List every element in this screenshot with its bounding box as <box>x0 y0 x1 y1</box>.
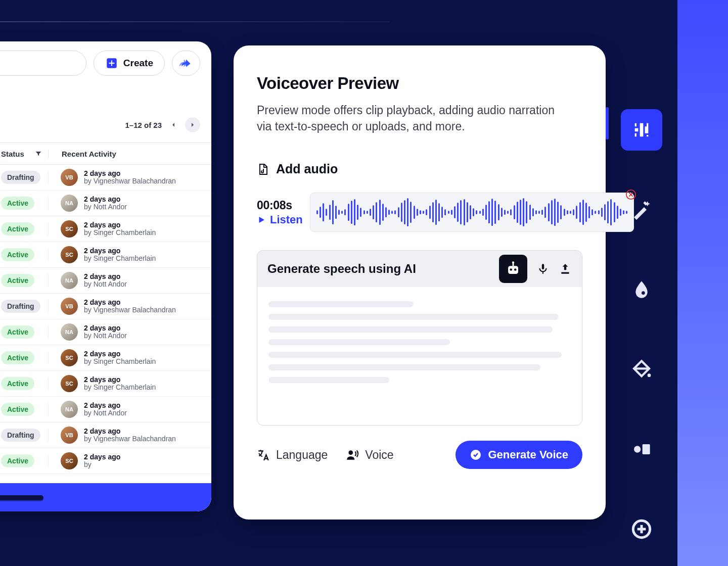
table-header: Status Recent Activity <box>0 143 211 165</box>
recent-text: 2 days agoby Nott Andor <box>84 324 127 340</box>
recent-user: by Vigneshwar Balachandran <box>84 435 176 443</box>
recent-user: by Singer Chamberlain <box>84 229 156 237</box>
table-row[interactable]: ActiveNA2 days agoby Nott Andor <box>0 319 211 345</box>
col-status-label: Status <box>0 150 24 158</box>
ai-chip[interactable] <box>499 255 527 283</box>
share-arrow-icon <box>179 57 193 70</box>
col-status[interactable]: Status <box>0 150 49 158</box>
svg-rect-9 <box>542 264 544 270</box>
recent-text: 2 days agoby Singer Chamberlain <box>84 247 156 263</box>
table-row[interactable]: DraftingVB2 days agoby Vigneshwar Balach… <box>0 165 211 191</box>
translate-icon <box>257 448 270 461</box>
svg-point-11 <box>349 451 353 455</box>
recent-text: 2 days agoby Nott Andor <box>84 402 127 417</box>
waveform-clip[interactable] <box>310 193 634 232</box>
recent-cell: NA2 days agoby Nott Andor <box>49 401 211 418</box>
recent-user: by Singer Chamberlain <box>84 384 156 391</box>
status-badge: Active <box>1 454 34 467</box>
generate-voice-button[interactable]: Generate Voice <box>456 441 582 469</box>
table-row[interactable]: ActiveNA2 days agoby Nott Andor <box>0 397 211 422</box>
recent-time: 2 days ago <box>84 196 127 203</box>
status-cell: Drafting <box>0 429 49 442</box>
tool-rail <box>621 109 662 550</box>
avatar: NA <box>61 195 78 212</box>
status-badge: Drafting <box>1 429 40 442</box>
recent-cell: SC2 days agoby Singer Chamberlain <box>49 246 211 263</box>
voice-option[interactable]: Voice <box>346 448 393 462</box>
recent-text: 2 days agoby Nott Andor <box>84 273 127 289</box>
table-row[interactable]: ActiveNA2 days agoby Nott Andor <box>0 191 211 216</box>
status-badge: Drafting <box>1 171 40 184</box>
search-input[interactable] <box>0 51 86 76</box>
col-recent[interactable]: Recent Activity <box>49 150 211 158</box>
recent-time: 2 days ago <box>84 350 156 358</box>
voiceover-card: Voiceover Preview Preview mode offers cl… <box>234 45 606 520</box>
col-recent-label: Recent Activity <box>62 150 116 158</box>
avatar: VB <box>61 169 78 186</box>
rail-active-indicator <box>606 107 609 139</box>
language-option[interactable]: Language <box>257 448 328 462</box>
add-audio-header: Add audio <box>257 162 582 176</box>
svg-point-15 <box>634 446 641 452</box>
table-row[interactable]: ActiveSC2 days agoby Singer Chamberlain <box>0 345 211 371</box>
table-row[interactable]: DraftingVB2 days agoby Vigneshwar Balach… <box>0 422 211 448</box>
status-cell: Active <box>0 222 49 235</box>
pager-prev[interactable] <box>166 117 181 132</box>
top-divider <box>0 21 389 22</box>
generate-panel-body <box>257 287 582 425</box>
status-badge: Active <box>1 377 34 390</box>
recent-user: by Vigneshwar Balachandran <box>84 306 176 314</box>
avatar: SC <box>61 246 78 263</box>
robot-icon <box>505 260 522 277</box>
listen-button[interactable]: Listen <box>257 213 303 226</box>
bottom-scroll-bar[interactable] <box>0 483 211 511</box>
voice-person-icon <box>346 448 359 461</box>
table-row[interactable]: ActiveSC2 days agoby Singer Chamberlain <box>0 216 211 242</box>
table-row[interactable]: ActiveNA2 days agoby Nott Andor <box>0 268 211 294</box>
status-badge: Active <box>1 325 34 339</box>
table-row[interactable]: ActiveSC2 days agoby <box>0 448 211 474</box>
recent-text: 2 days agoby Singer Chamberlain <box>84 221 156 237</box>
check-circle-icon <box>470 449 482 461</box>
table-row[interactable]: DraftingVB2 days agoby Vigneshwar Balach… <box>0 294 211 319</box>
table-row[interactable]: ActiveSC2 days agoby Singer Chamberlain <box>0 371 211 397</box>
upload-icon[interactable] <box>559 262 572 275</box>
recent-cell: NA2 days agoby Nott Andor <box>49 195 211 212</box>
status-badge: Active <box>1 351 34 364</box>
rail-magic-edit[interactable] <box>621 189 662 230</box>
avatar: VB <box>61 427 78 444</box>
create-button[interactable]: Create <box>94 51 165 76</box>
recent-text: 2 days agoby Vigneshwar Balachandran <box>84 299 176 314</box>
rail-add-circle[interactable] <box>621 508 662 550</box>
svg-rect-2 <box>109 63 114 64</box>
recent-text: 2 days agoby Nott Andor <box>84 196 127 211</box>
rail-paint-bucket[interactable] <box>621 349 662 390</box>
recent-time: 2 days ago <box>84 402 127 409</box>
recent-cell: SC2 days agoby Singer Chamberlain <box>49 349 211 366</box>
pager-next[interactable] <box>185 117 200 132</box>
recent-text: 2 days agoby <box>84 453 120 469</box>
share-button[interactable] <box>172 51 200 76</box>
recent-text: 2 days agoby Singer Chamberlain <box>84 376 156 392</box>
svg-rect-10 <box>561 272 569 274</box>
status-badge: Active <box>1 248 34 261</box>
recent-time: 2 days ago <box>84 221 156 229</box>
avatar: VB <box>61 298 78 315</box>
generate-panel-tools <box>499 255 572 283</box>
status-cell: Active <box>0 351 49 364</box>
recent-time: 2 days ago <box>84 428 176 435</box>
status-cell: Active <box>0 274 49 287</box>
status-cell: Active <box>0 377 49 390</box>
droplet-icon <box>631 279 652 300</box>
rail-waveform-adjust[interactable] <box>621 109 662 151</box>
microphone-icon[interactable] <box>536 262 550 275</box>
status-cell: Active <box>0 454 49 467</box>
rail-id-card[interactable] <box>621 429 662 470</box>
recent-time: 2 days ago <box>84 324 127 332</box>
status-badge: Active <box>1 274 34 287</box>
svg-rect-4 <box>508 266 518 274</box>
recent-user: by Nott Andor <box>84 280 127 288</box>
avatar: SC <box>61 220 78 238</box>
table-row[interactable]: ActiveSC2 days agoby Singer Chamberlain <box>0 242 211 268</box>
rail-droplet[interactable] <box>621 269 662 310</box>
